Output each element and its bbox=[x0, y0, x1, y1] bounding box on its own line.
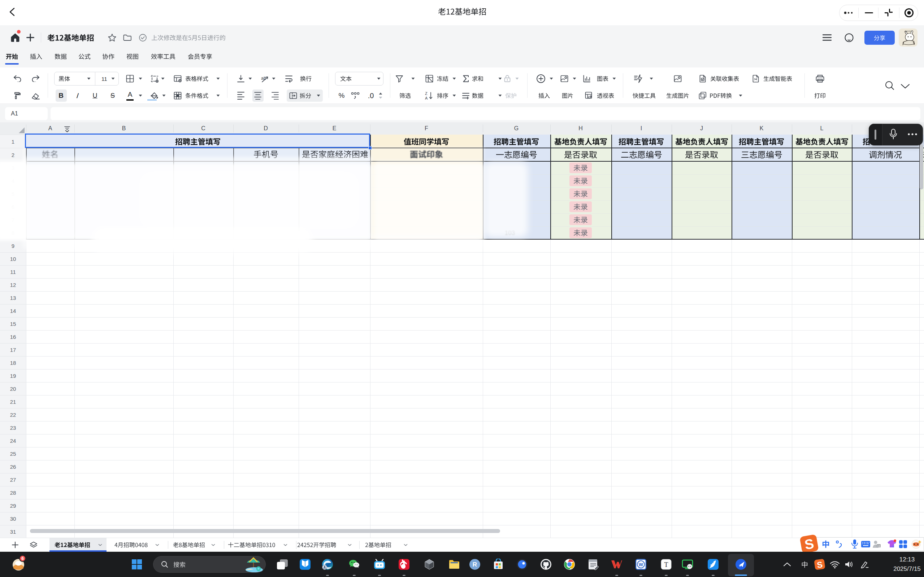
svg-text:ab: ab bbox=[261, 76, 266, 81]
svg-text:W: W bbox=[639, 562, 643, 567]
svg-text:19: 19 bbox=[877, 545, 880, 548]
svg-text:R: R bbox=[473, 561, 477, 568]
svg-text:gemini: gemini bbox=[905, 30, 911, 32]
svg-text:A: A bbox=[425, 96, 428, 100]
svg-text:Z: Z bbox=[425, 91, 428, 96]
svg-text:T: T bbox=[664, 561, 668, 568]
